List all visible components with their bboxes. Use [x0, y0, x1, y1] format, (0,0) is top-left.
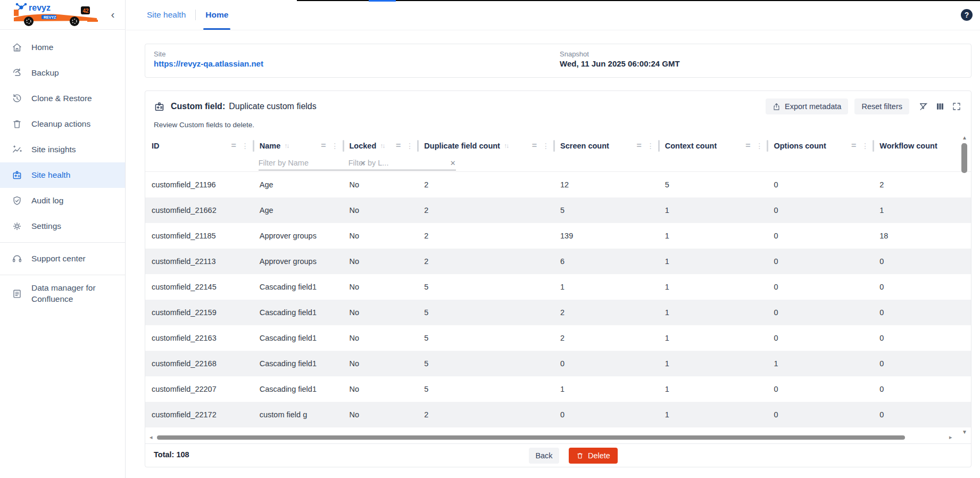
settings-icon — [12, 221, 22, 232]
filter-off-icon[interactable] — [919, 102, 928, 111]
site-url-link[interactable]: https://revyz-qa.atlassian.net — [154, 59, 263, 68]
column-menu-icon[interactable]: ⋮ — [542, 142, 550, 150]
vertical-scrollbar-thumb[interactable] — [961, 143, 967, 173]
column-label: Workflow count — [879, 142, 937, 150]
cell-options-count: 0 — [767, 232, 873, 240]
delete-button[interactable]: Delete — [569, 448, 618, 464]
vertical-scrollbar[interactable]: ▲ ▼ — [961, 136, 968, 434]
table-row[interactable]: customfield_22168Cascading field1No50110 — [145, 351, 971, 376]
panel-header: Custom field: Duplicate custom fields Ex… — [145, 91, 971, 114]
cell-context-count: 1 — [659, 257, 768, 266]
table-row[interactable]: customfield_22113Approver groupsNo26100 — [145, 249, 971, 274]
column-resize-handle-icon[interactable]: = — [851, 141, 856, 151]
sidebar-item-audit-log[interactable]: Audit log — [0, 188, 125, 213]
scroll-down-arrow-icon[interactable]: ▼ — [961, 429, 968, 435]
cell-context-count: 1 — [659, 283, 768, 291]
tab-bar: Site health Home ? — [126, 0, 980, 30]
site-info-card: Site https://revyz-qa.atlassian.net Snap… — [145, 44, 971, 78]
panel-title-prefix: Custom field: — [171, 102, 225, 111]
svg-text:42: 42 — [83, 8, 89, 14]
horizontal-scrollbar-thumb[interactable] — [157, 435, 905, 440]
table-row[interactable]: customfield_21662AgeNo25101 — [145, 197, 971, 223]
column-resize-handle-icon[interactable]: = — [321, 141, 326, 151]
column-menu-icon[interactable]: ⋮ — [755, 142, 763, 150]
sidebar-item-site-insights[interactable]: Site insights — [0, 137, 125, 162]
cell-workflow-count: 0 — [873, 257, 971, 266]
horizontal-scrollbar[interactable]: ◂ ▸ — [150, 434, 968, 441]
table-header-row: ID=⋮Name↑↓=⋮Locked↑↓=⋮Duplicate field co… — [145, 137, 971, 155]
cell-id: customfield_22163 — [145, 334, 253, 342]
table-row[interactable]: customfield_22145Cascading field1No51100 — [145, 274, 971, 300]
column-menu-icon[interactable]: ⋮ — [647, 142, 654, 150]
column-resize-handle-icon[interactable]: = — [396, 141, 401, 151]
table-row[interactable]: customfield_21185Approver groupsNo213910… — [145, 223, 971, 249]
column-header-screen-count[interactable]: Screen count=⋮ — [554, 137, 659, 155]
column-menu-icon[interactable]: ⋮ — [331, 142, 339, 150]
column-resize-handle-icon[interactable]: = — [745, 141, 750, 151]
sidebar-item-site-health[interactable]: Site health — [0, 162, 125, 188]
table-row[interactable]: customfield_21196AgeNo212502 — [145, 172, 971, 197]
sidebar-item-backup[interactable]: Backup — [0, 60, 125, 86]
column-menu-icon[interactable]: ⋮ — [242, 142, 249, 150]
sidebar-item-settings[interactable]: Settings — [0, 213, 125, 239]
scroll-right-arrow-icon[interactable]: ▸ — [949, 434, 952, 441]
scroll-left-arrow-icon[interactable]: ◂ — [150, 434, 153, 441]
tab-home[interactable]: Home — [205, 0, 228, 30]
fullscreen-icon[interactable] — [952, 102, 961, 111]
snapshot-block: Snapshot Wed, 11 Jun 2025 06:00:24 GMT — [560, 50, 680, 68]
column-header-options-count[interactable]: Options count=⋮ — [767, 137, 873, 155]
table-row[interactable]: customfield_22207Cascading field1No51100 — [145, 376, 971, 402]
sort-icon[interactable]: ↑↓ — [284, 142, 288, 150]
column-header-duplicate-field-count[interactable]: Duplicate field count↑↓=⋮ — [418, 137, 554, 155]
sort-icon[interactable]: ↑↓ — [504, 142, 508, 150]
cell-options-count: 1 — [767, 359, 873, 368]
cell-name: Cascading field1 — [253, 359, 343, 368]
help-button[interactable]: ? — [961, 9, 973, 21]
column-header-id[interactable]: ID=⋮ — [145, 137, 253, 155]
column-menu-icon[interactable]: ⋮ — [861, 142, 869, 150]
column-header-context-count[interactable]: Context count=⋮ — [659, 137, 768, 155]
table-row[interactable]: customfield_22159Cascading field1No52100 — [145, 300, 971, 325]
column-header-workflow-count[interactable]: Workflow count⋮ — [873, 137, 971, 155]
column-header-name[interactable]: Name↑↓=⋮ — [253, 137, 343, 155]
cell-context-count: 1 — [659, 308, 768, 317]
columns-icon[interactable] — [935, 102, 945, 111]
sidebar-item-cleanup-actions[interactable]: Cleanup actions — [0, 111, 125, 137]
cell-id: customfield_22168 — [145, 359, 253, 368]
cell-options-count: 0 — [767, 206, 873, 215]
tab-divider — [195, 10, 196, 20]
reset-filters-button[interactable]: Reset filters — [854, 98, 909, 114]
scroll-up-arrow-icon[interactable]: ▲ — [961, 135, 968, 141]
export-metadata-button[interactable]: Export metadata — [766, 98, 848, 114]
sidebar-item-label: Cleanup actions — [31, 119, 90, 129]
filter-cell-screen-count — [554, 155, 659, 171]
sidebar: revyz REVYZ 42 ‹ HomeBackupClone & Resto… — [0, 0, 126, 478]
site-block: Site https://revyz-qa.atlassian.net — [154, 50, 962, 69]
table-row[interactable]: customfield_22163Cascading field1No52100 — [145, 325, 971, 351]
cell-id: customfield_22145 — [145, 283, 253, 291]
column-resize-handle-icon[interactable]: = — [636, 141, 641, 151]
sidebar-item-data-manager-for-confluence[interactable]: Data manager for Confluence — [0, 278, 125, 309]
table-row[interactable]: customfield_22172custom field gNo20100 — [145, 402, 971, 427]
cell-locked: No — [343, 232, 418, 240]
column-menu-icon[interactable]: ⋮ — [406, 142, 413, 150]
filter-cell-context-count — [659, 155, 768, 171]
column-header-locked[interactable]: Locked↑↓=⋮ — [343, 137, 418, 155]
back-button[interactable]: Back — [529, 448, 559, 464]
sort-icon[interactable]: ↑↓ — [380, 142, 384, 150]
cell-options-count: 0 — [767, 385, 873, 393]
column-resize-handle-icon[interactable]: = — [532, 141, 537, 151]
cell-workflow-count: 0 — [873, 283, 971, 291]
sidebar-item-clone-restore[interactable]: Clone & Restore — [0, 86, 125, 111]
breadcrumb-site-health[interactable]: Site health — [147, 10, 186, 20]
sidebar-collapse-button[interactable]: ‹ — [106, 7, 120, 21]
column-resize-handle-icon[interactable]: = — [231, 141, 236, 151]
race-car-graphic: REVYZ 42 — [14, 6, 98, 26]
cell-name: Cascading field1 — [253, 308, 343, 317]
cell-options-count: 0 — [767, 410, 873, 419]
sidebar-item-support-center[interactable]: Support center — [0, 246, 125, 271]
sidebar-item-home[interactable]: Home — [0, 35, 125, 60]
sidebar-item-label: Data manager for Confluence — [31, 283, 118, 305]
cell-name: Cascading field1 — [253, 334, 343, 342]
custom-field-badge-icon — [154, 101, 165, 112]
